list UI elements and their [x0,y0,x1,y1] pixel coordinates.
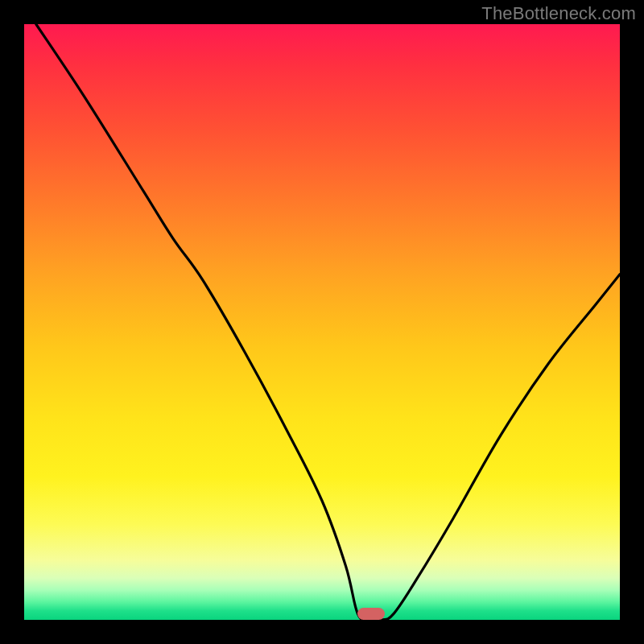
plot-area [24,24,620,620]
optimal-marker [357,608,385,620]
chart-frame: TheBottleneck.com [0,0,644,644]
bottleneck-curve [24,24,620,620]
watermark-text: TheBottleneck.com [481,3,636,24]
